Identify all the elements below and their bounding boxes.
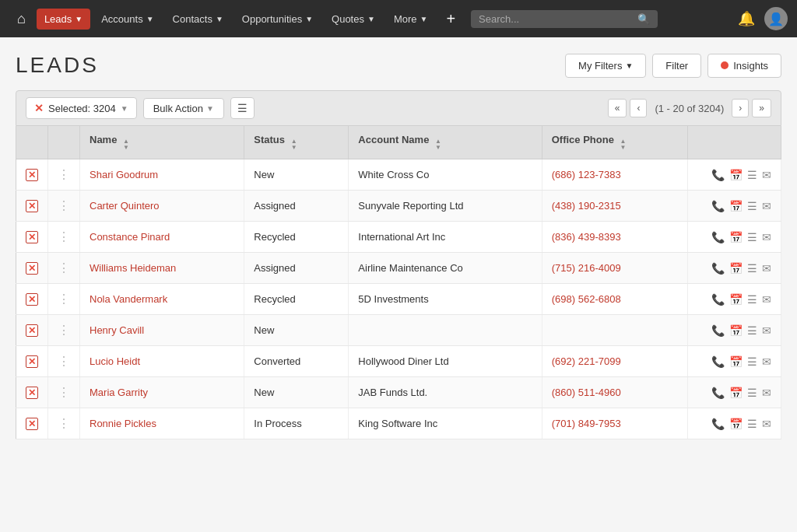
lead-name-link[interactable]: Williams Heideman <box>90 262 176 274</box>
call-icon[interactable]: 📞 <box>711 418 725 430</box>
checkbox-x-icon: ✕ <box>28 294 36 305</box>
nav-quotes[interactable]: Quotes ▼ <box>324 9 383 30</box>
call-icon[interactable]: 📞 <box>711 387 725 399</box>
nav-more[interactable]: More ▼ <box>386 9 436 30</box>
search-input[interactable] <box>479 13 633 25</box>
drag-handle-icon[interactable]: ⋮ <box>58 386 70 399</box>
col-header-phone[interactable]: Office Phone ▲▼ <box>542 126 687 159</box>
home-button[interactable]: ⌂ <box>9 6 33 32</box>
lead-name-link[interactable]: Henry Cavill <box>90 324 144 336</box>
nav-accounts[interactable]: Accounts ▼ <box>93 9 161 30</box>
drag-handle-icon[interactable]: ⋮ <box>58 355 70 368</box>
calendar-icon[interactable]: 📅 <box>729 387 743 399</box>
lead-name-link[interactable]: Constance Pinard <box>90 231 170 243</box>
list-icon[interactable]: ☰ <box>747 355 757 368</box>
row-checkbox[interactable]: ✕ <box>26 324 38 337</box>
row-phone-link[interactable]: (692) 221-7099 <box>552 355 621 367</box>
email-icon[interactable]: ✉ <box>762 231 771 243</box>
row-checkbox[interactable]: ✕ <box>26 418 38 430</box>
bulk-action-button[interactable]: Bulk Action ▼ <box>143 98 224 119</box>
row-drag-cell: ⋮ <box>48 377 80 408</box>
row-checkbox[interactable]: ✕ <box>26 293 38 306</box>
call-icon[interactable]: 📞 <box>711 262 725 275</box>
lead-name-link[interactable]: Nola Vandermark <box>90 293 167 305</box>
list-view-button[interactable]: ☰ <box>230 97 255 119</box>
lead-name-link[interactable]: Lucio Heidt <box>90 355 140 367</box>
user-avatar[interactable]: 👤 <box>764 7 788 30</box>
calendar-icon[interactable]: 📅 <box>729 418 743 430</box>
email-icon[interactable]: ✉ <box>762 418 771 430</box>
call-icon[interactable]: 📞 <box>711 324 725 337</box>
drag-handle-icon[interactable]: ⋮ <box>58 168 70 181</box>
calendar-icon[interactable]: 📅 <box>729 231 743 243</box>
list-icon[interactable]: ☰ <box>747 418 757 430</box>
row-phone-link[interactable]: (860) 511-4960 <box>552 387 621 398</box>
col-header-account[interactable]: Account Name ▲▼ <box>349 126 542 159</box>
list-icon[interactable]: ☰ <box>747 293 757 306</box>
drag-handle-icon[interactable]: ⋮ <box>58 199 70 212</box>
insights-indicator <box>721 61 729 69</box>
next-page-button[interactable]: › <box>732 99 749 117</box>
lead-name-link[interactable]: Ronnie Pickles <box>90 418 156 429</box>
row-checkbox[interactable]: ✕ <box>26 169 38 181</box>
add-button[interactable]: + <box>440 7 462 31</box>
lead-name-link[interactable]: Maria Garrity <box>90 387 148 398</box>
row-checkbox[interactable]: ✕ <box>26 231 38 243</box>
call-icon[interactable]: 📞 <box>711 169 725 181</box>
drag-handle-icon[interactable]: ⋮ <box>58 292 70 306</box>
email-icon[interactable]: ✉ <box>762 293 771 306</box>
call-icon[interactable]: 📞 <box>711 355 725 368</box>
calendar-icon[interactable]: 📅 <box>729 169 743 181</box>
selected-badge[interactable]: ✕ Selected: 3204 ▼ <box>26 97 137 119</box>
my-filters-chevron-icon: ▼ <box>625 61 633 70</box>
row-phone-link[interactable]: (698) 562-6808 <box>552 293 621 305</box>
drag-handle-icon[interactable]: ⋮ <box>58 417 70 430</box>
col-header-status[interactable]: Status ▲▼ <box>244 126 349 159</box>
calendar-icon[interactable]: 📅 <box>729 293 743 306</box>
list-icon[interactable]: ☰ <box>747 231 757 243</box>
col-header-name[interactable]: Name ▲▼ <box>80 126 244 159</box>
call-icon[interactable]: 📞 <box>711 231 725 243</box>
nav-contacts[interactable]: Contacts ▼ <box>165 9 231 30</box>
calendar-icon[interactable]: 📅 <box>729 262 743 275</box>
call-icon[interactable]: 📞 <box>711 200 725 212</box>
first-page-button[interactable]: « <box>608 99 627 117</box>
list-icon[interactable]: ☰ <box>747 169 757 181</box>
email-icon[interactable]: ✉ <box>762 200 771 212</box>
drag-handle-icon[interactable]: ⋮ <box>58 230 70 243</box>
insights-button[interactable]: Insights <box>707 54 781 78</box>
calendar-icon[interactable]: 📅 <box>729 355 743 368</box>
email-icon[interactable]: ✉ <box>762 387 771 399</box>
drag-handle-icon[interactable]: ⋮ <box>58 324 70 337</box>
lead-name-link[interactable]: Shari Goodrum <box>90 169 158 180</box>
drag-handle-icon[interactable]: ⋮ <box>58 261 70 275</box>
my-filters-button[interactable]: My Filters ▼ <box>565 54 646 78</box>
calendar-icon[interactable]: 📅 <box>729 200 743 212</box>
row-phone-link[interactable]: (686) 123-7383 <box>552 169 621 180</box>
call-icon[interactable]: 📞 <box>711 293 725 306</box>
row-phone-link[interactable]: (701) 849-7953 <box>552 418 621 429</box>
email-icon[interactable]: ✉ <box>762 324 771 337</box>
last-page-button[interactable]: » <box>752 99 771 117</box>
list-icon[interactable]: ☰ <box>747 324 757 337</box>
row-phone-link[interactable]: (836) 439-8393 <box>552 231 621 243</box>
row-checkbox[interactable]: ✕ <box>26 200 38 212</box>
nav-opportunities[interactable]: Opportunities ▼ <box>234 9 321 30</box>
calendar-icon[interactable]: 📅 <box>729 324 743 337</box>
list-icon[interactable]: ☰ <box>747 262 757 275</box>
row-phone-link[interactable]: (715) 216-4009 <box>552 262 621 274</box>
email-icon[interactable]: ✉ <box>762 262 771 275</box>
nav-leads[interactable]: Leads ▼ <box>37 9 90 30</box>
notifications-button[interactable]: 🔔 <box>738 10 755 27</box>
list-icon[interactable]: ☰ <box>747 200 757 212</box>
filter-button[interactable]: Filter <box>652 54 701 78</box>
email-icon[interactable]: ✉ <box>762 169 771 181</box>
row-phone-link[interactable]: (438) 190-2315 <box>552 200 621 212</box>
row-checkbox[interactable]: ✕ <box>26 262 38 275</box>
prev-page-button[interactable]: ‹ <box>630 99 647 117</box>
row-checkbox[interactable]: ✕ <box>26 387 38 399</box>
list-icon[interactable]: ☰ <box>747 387 757 399</box>
email-icon[interactable]: ✉ <box>762 355 771 368</box>
lead-name-link[interactable]: Carter Quintero <box>90 200 160 212</box>
row-checkbox[interactable]: ✕ <box>26 355 38 368</box>
